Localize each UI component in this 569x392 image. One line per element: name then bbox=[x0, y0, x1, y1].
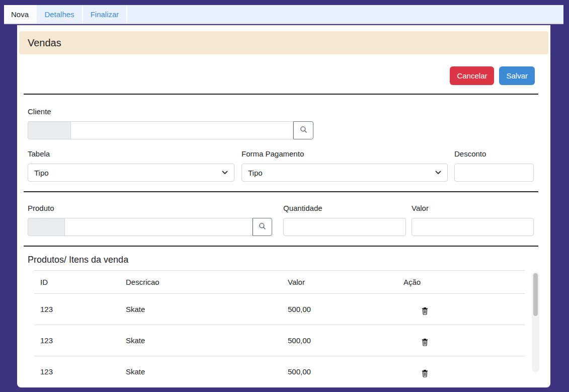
column-header-descricao: Descricao bbox=[120, 271, 282, 294]
cliente-label: Cliente bbox=[28, 107, 51, 116]
divider bbox=[24, 94, 538, 95]
tab-detalhes-label: Detalhes bbox=[44, 10, 74, 19]
items-scroll-area: ID Descricao Valor Ação 123 Skate 500,00 bbox=[34, 270, 539, 381]
valor-input[interactable] bbox=[412, 218, 534, 236]
cliente-input[interactable] bbox=[70, 121, 293, 139]
item-action-cell bbox=[397, 356, 525, 381]
tab-bar: Nova Detalhes Finalizar bbox=[4, 5, 563, 24]
item-action-cell bbox=[397, 325, 525, 356]
column-header-valor: Valor bbox=[282, 271, 397, 294]
item-descricao: Skate bbox=[120, 294, 282, 325]
save-button[interactable]: Salvar bbox=[499, 66, 535, 85]
item-descricao: Skate bbox=[120, 325, 282, 356]
search-icon bbox=[259, 222, 266, 231]
produto-input[interactable] bbox=[64, 218, 253, 236]
items-table: ID Descricao Valor Ação 123 Skate 500,00 bbox=[34, 270, 525, 381]
table-row: 123 Skate 500,00 bbox=[34, 294, 525, 325]
delete-item-button[interactable] bbox=[422, 369, 428, 379]
produto-label: Produto bbox=[28, 204, 54, 212]
scrollbar-thumb[interactable] bbox=[533, 273, 538, 316]
table-row: 123 Skate 500,00 bbox=[34, 325, 525, 356]
tab-finalizar[interactable]: Finalizar bbox=[83, 5, 127, 23]
forma-pagamento-selected-value: Tipo bbox=[248, 169, 263, 177]
tab-nova[interactable]: Nova bbox=[4, 5, 37, 23]
tabela-label: Tabela bbox=[28, 149, 50, 158]
valor-label: Valor bbox=[412, 204, 429, 212]
vendas-card: Vendas Cancelar Salvar Cliente Tabela Ti… bbox=[17, 25, 550, 387]
tab-finalizar-label: Finalizar bbox=[91, 10, 119, 19]
page-title-band: Vendas bbox=[19, 31, 548, 54]
trash-icon bbox=[422, 340, 428, 348]
cliente-field-group bbox=[28, 121, 313, 139]
cliente-code-field bbox=[28, 121, 70, 139]
action-buttons: Cancelar Salvar bbox=[450, 66, 535, 85]
item-valor: 500,00 bbox=[282, 356, 397, 381]
forma-pagamento-select[interactable]: Tipo bbox=[241, 164, 448, 182]
tab-detalhes[interactable]: Detalhes bbox=[37, 5, 83, 23]
produto-search-button[interactable] bbox=[253, 218, 272, 236]
divider bbox=[24, 191, 538, 192]
items-section-title: Produtos/ Itens da venda bbox=[28, 255, 128, 265]
quantidade-label: Quantidade bbox=[283, 204, 322, 212]
search-icon bbox=[300, 126, 307, 135]
delete-item-button[interactable] bbox=[422, 338, 428, 348]
column-header-id: ID bbox=[34, 271, 120, 294]
item-valor: 500,00 bbox=[282, 294, 397, 325]
delete-item-button[interactable] bbox=[422, 307, 428, 317]
trash-icon bbox=[422, 309, 428, 317]
item-action-cell bbox=[397, 294, 525, 325]
cliente-search-button[interactable] bbox=[293, 121, 313, 139]
produto-field-group bbox=[28, 218, 272, 236]
scrollbar-track[interactable] bbox=[532, 272, 539, 372]
item-id: 123 bbox=[34, 294, 120, 325]
page-title: Vendas bbox=[28, 37, 61, 49]
cancel-button[interactable]: Cancelar bbox=[450, 66, 494, 85]
table-row: 123 Skate 500,00 bbox=[34, 356, 525, 381]
tab-nova-label: Nova bbox=[11, 10, 29, 19]
item-valor: 500,00 bbox=[282, 325, 397, 356]
desconto-input[interactable] bbox=[454, 164, 534, 182]
trash-icon bbox=[422, 371, 428, 379]
desconto-label: Desconto bbox=[454, 149, 486, 158]
quantidade-input[interactable] bbox=[283, 218, 406, 236]
divider bbox=[24, 246, 538, 247]
chevron-down-icon bbox=[435, 171, 441, 175]
column-header-acao: Ação bbox=[397, 271, 525, 294]
item-id: 123 bbox=[34, 325, 120, 356]
item-descricao: Skate bbox=[120, 356, 282, 381]
tabela-select[interactable]: Tipo bbox=[28, 164, 234, 182]
table-header-row: ID Descricao Valor Ação bbox=[34, 271, 525, 294]
tabela-selected-value: Tipo bbox=[34, 169, 49, 177]
forma-pagamento-label: Forma Pagamento bbox=[241, 149, 304, 158]
item-id: 123 bbox=[34, 356, 120, 381]
chevron-down-icon bbox=[222, 171, 228, 175]
produto-code-field bbox=[28, 218, 64, 236]
